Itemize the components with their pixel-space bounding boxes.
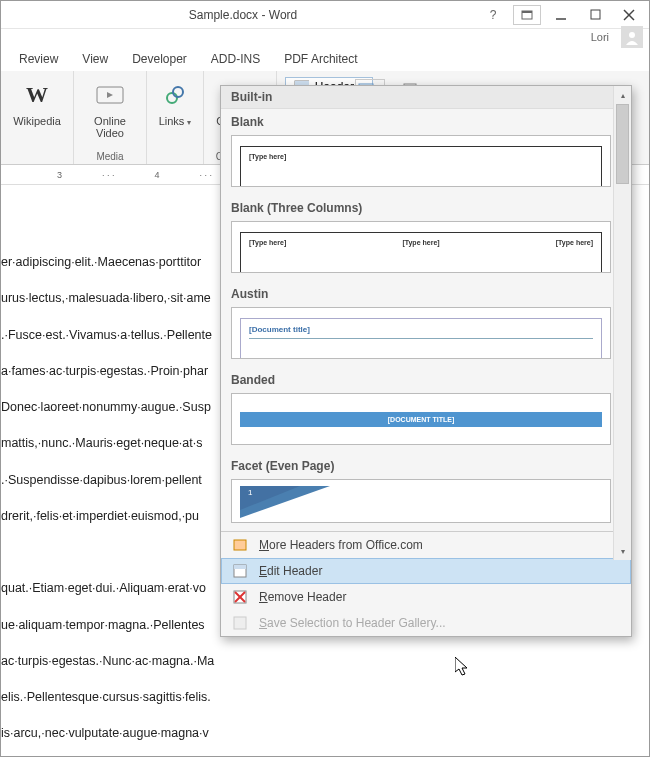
- titlebar: Sample.docx - Word ?: [1, 1, 649, 29]
- svg-point-10: [173, 87, 183, 97]
- scroll-thumb[interactable]: [616, 104, 629, 184]
- video-icon: [94, 79, 126, 111]
- office-icon: [231, 536, 249, 554]
- gallery-item-facet[interactable]: 1: [231, 479, 611, 523]
- links-icon: [159, 79, 191, 111]
- save-to-gallery-item: Save Selection to Header Gallery...: [221, 610, 631, 636]
- gallery-item-three-columns[interactable]: [Type here] [Type here] [Type here]: [231, 221, 611, 273]
- links-button[interactable]: Links ▾: [155, 75, 195, 148]
- dropdown-footer: More Headers from Office.com ▸ Edit Head…: [221, 531, 631, 636]
- ribbon-group-links: Links ▾: [147, 71, 204, 164]
- tab-addins[interactable]: ADD-INS: [211, 52, 260, 66]
- minimize-icon[interactable]: [547, 5, 575, 25]
- window-title: Sample.docx - Word: [7, 8, 479, 22]
- gallery-item-label: Austin: [221, 281, 631, 303]
- ribbon-display-icon[interactable]: [513, 5, 541, 25]
- svg-marker-8: [107, 92, 113, 98]
- edit-header-item[interactable]: Edit Header: [221, 558, 631, 584]
- account-name[interactable]: Lori: [591, 31, 609, 43]
- ribbon-group-media: Online Video Media: [74, 71, 147, 164]
- header-dropdown-gallery: Built-in Blank [Type here] Blank (Three …: [220, 85, 632, 637]
- remove-icon: [231, 588, 249, 606]
- gallery-item-label: Facet (Even Page): [221, 453, 631, 475]
- svg-rect-23: [234, 565, 246, 569]
- save-icon: [231, 614, 249, 632]
- more-headers-item[interactable]: More Headers from Office.com ▸: [221, 532, 631, 558]
- maximize-icon[interactable]: [581, 5, 609, 25]
- gallery-item-austin[interactable]: [Document title]: [231, 307, 611, 359]
- gallery-item-blank[interactable]: [Type here]: [231, 135, 611, 187]
- svg-rect-21: [234, 540, 246, 550]
- titlebar-controls: ?: [479, 5, 643, 25]
- gallery-item-label: Blank (Three Columns): [221, 195, 631, 217]
- wikipedia-button[interactable]: W Wikipedia: [9, 75, 65, 148]
- avatar[interactable]: [621, 26, 643, 48]
- online-video-button[interactable]: Online Video: [82, 75, 138, 148]
- close-icon[interactable]: [615, 5, 643, 25]
- tab-pdfarchitect[interactable]: PDF Architect: [284, 52, 357, 66]
- help-icon[interactable]: ?: [479, 5, 507, 25]
- gallery-item-label: Banded: [221, 367, 631, 389]
- svg-point-9: [167, 93, 177, 103]
- gallery-scrollbar[interactable]: ▴ ▾: [613, 86, 631, 560]
- svg-rect-27: [234, 617, 246, 629]
- remove-header-item[interactable]: Remove Header: [221, 584, 631, 610]
- edit-icon: [231, 562, 249, 580]
- tab-developer[interactable]: Developer: [132, 52, 187, 66]
- gallery-item-banded[interactable]: [DOCUMENT TITLE]: [231, 393, 611, 445]
- svg-rect-1: [522, 11, 532, 13]
- gallery-section-builtin: Built-in: [221, 86, 631, 109]
- ribbon-group-wikipedia: W Wikipedia: [1, 71, 74, 164]
- media-group-label: Media: [74, 151, 146, 162]
- svg-rect-3: [591, 10, 600, 19]
- gallery-item-label: Blank: [221, 109, 631, 131]
- wikipedia-icon: W: [21, 79, 53, 111]
- ribbon-tabs: Review View Developer ADD-INS PDF Archit…: [1, 47, 649, 71]
- scroll-down-icon[interactable]: ▾: [614, 542, 631, 560]
- scroll-up-icon[interactable]: ▴: [614, 86, 631, 104]
- svg-point-6: [629, 32, 635, 38]
- tab-review[interactable]: Review: [19, 52, 58, 66]
- tab-view[interactable]: View: [82, 52, 108, 66]
